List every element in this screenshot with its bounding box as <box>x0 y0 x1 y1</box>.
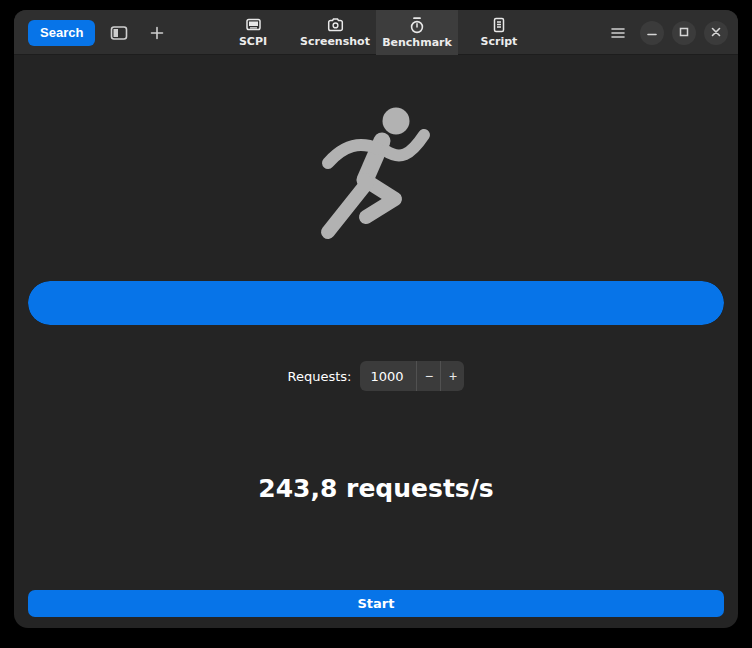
minimize-icon <box>647 25 657 40</box>
hamburger-menu-icon <box>611 27 625 39</box>
tab-label: Script <box>481 35 518 48</box>
sidebar-toggle-button[interactable] <box>105 19 133 47</box>
plus-icon <box>150 26 164 40</box>
close-button[interactable] <box>704 21 728 45</box>
search-button[interactable]: Search <box>28 20 95 46</box>
start-button[interactable]: Start <box>28 590 724 617</box>
tab-label: SCPI <box>239 35 267 48</box>
close-icon <box>711 25 721 40</box>
minimize-button[interactable] <box>640 21 664 45</box>
new-tab-button[interactable] <box>143 19 171 47</box>
app-window: Search <box>14 10 738 628</box>
sidebar-toggle-icon <box>110 25 128 41</box>
headerbar-right <box>604 10 728 55</box>
result-text: 243,8 requests/s <box>14 474 738 503</box>
requests-label: Requests: <box>288 369 352 384</box>
headerbar-left: Search <box>28 10 171 55</box>
requests-spinbutton: − + <box>360 361 464 391</box>
progress-bar-fill <box>28 281 724 325</box>
main-menu-button[interactable] <box>604 19 632 47</box>
document-icon <box>491 17 507 33</box>
requests-row: Requests: − + <box>14 361 738 391</box>
maximize-icon <box>679 25 689 40</box>
camera-icon <box>327 17 344 33</box>
requests-input[interactable] <box>360 361 416 391</box>
tab-label: Benchmark <box>382 36 452 49</box>
tab-scpi[interactable]: SCPI <box>212 10 294 55</box>
headerbar: Search <box>14 10 738 55</box>
tab-strip: SCPI Screenshot <box>212 10 540 55</box>
progress-bar <box>28 281 724 325</box>
increment-button[interactable]: + <box>440 361 464 391</box>
tab-benchmark[interactable]: Benchmark <box>376 10 458 55</box>
tab-screenshot[interactable]: Screenshot <box>294 10 376 55</box>
decrement-button[interactable]: − <box>416 361 440 391</box>
tab-label: Screenshot <box>300 35 370 48</box>
maximize-button[interactable] <box>672 21 696 45</box>
running-person-icon <box>314 103 438 247</box>
stopwatch-icon <box>409 17 425 34</box>
tab-script[interactable]: Script <box>458 10 540 55</box>
display-icon <box>245 17 262 33</box>
